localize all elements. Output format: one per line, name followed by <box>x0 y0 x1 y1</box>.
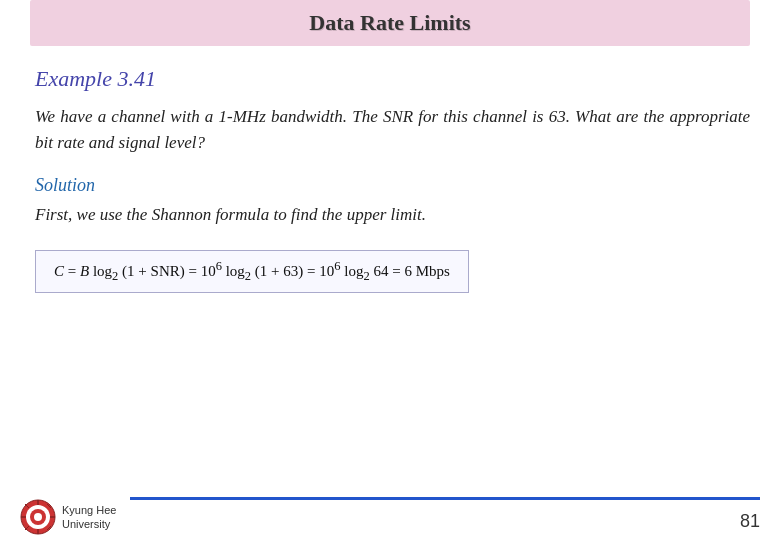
page-number: 81 <box>740 511 760 532</box>
footer-logo-area: Kyung Hee University <box>20 499 116 535</box>
slide-container: Data Rate Limits Example 3.41 We have a … <box>0 0 780 540</box>
body-text: We have a channel with a 1-MHz bandwidth… <box>30 104 750 157</box>
example-heading: Example 3.41 <box>30 66 750 92</box>
formula-box: C = B log2 (1 + SNR) = 106 log2 (1 + 63)… <box>35 250 469 293</box>
svg-point-3 <box>34 513 42 521</box>
university-name: Kyung Hee University <box>62 503 116 532</box>
footer-line <box>130 497 760 500</box>
formula-text: C = B log2 (1 + SNR) = 106 log2 (1 + 63)… <box>54 263 450 279</box>
slide-title: Data Rate Limits <box>50 10 730 36</box>
footer: Kyung Hee University 81 <box>0 485 780 540</box>
title-bar: Data Rate Limits <box>30 0 750 46</box>
solution-text: First, we use the Shannon formula to fin… <box>30 202 750 228</box>
university-logo-icon <box>20 499 56 535</box>
solution-heading: Solution <box>30 175 750 196</box>
